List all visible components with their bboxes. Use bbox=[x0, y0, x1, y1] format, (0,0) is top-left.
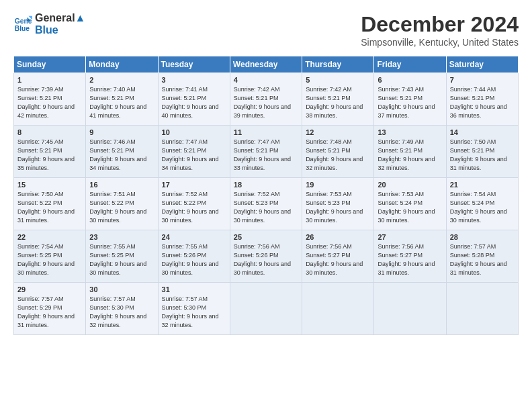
title-block: December 2024 Simpsonville, Kentucky, Un… bbox=[361, 12, 519, 48]
day-detail: Sunrise: 7:57 AMSunset: 5:30 PMDaylight:… bbox=[89, 295, 154, 330]
day-number: 3 bbox=[162, 76, 226, 84]
day-number: 28 bbox=[450, 233, 515, 241]
day-detail: Sunrise: 7:54 AMSunset: 5:25 PMDaylight:… bbox=[17, 242, 82, 277]
calendar-cell: 26Sunrise: 7:56 AMSunset: 5:27 PMDayligh… bbox=[302, 230, 374, 283]
col-monday: Monday bbox=[86, 56, 158, 73]
day-detail: Sunrise: 7:46 AMSunset: 5:21 PMDaylight:… bbox=[89, 138, 154, 173]
calendar-week-4: 29Sunrise: 7:57 AMSunset: 5:29 PMDayligh… bbox=[14, 283, 519, 335]
calendar-cell bbox=[374, 283, 446, 335]
day-number: 7 bbox=[450, 76, 515, 84]
day-number: 24 bbox=[162, 233, 226, 241]
day-number: 17 bbox=[162, 181, 226, 189]
day-detail: Sunrise: 7:44 AMSunset: 5:21 PMDaylight:… bbox=[450, 85, 515, 120]
location: Simpsonville, Kentucky, United States bbox=[361, 37, 519, 48]
calendar-cell: 20Sunrise: 7:53 AMSunset: 5:24 PMDayligh… bbox=[374, 178, 446, 230]
day-detail: Sunrise: 7:42 AMSunset: 5:21 PMDaylight:… bbox=[306, 85, 370, 120]
calendar-cell: 12Sunrise: 7:48 AMSunset: 5:21 PMDayligh… bbox=[302, 126, 374, 178]
day-detail: Sunrise: 7:49 AMSunset: 5:21 PMDaylight:… bbox=[378, 138, 442, 173]
day-number: 16 bbox=[89, 181, 154, 189]
calendar-cell: 27Sunrise: 7:56 AMSunset: 5:27 PMDayligh… bbox=[374, 230, 446, 283]
day-detail: Sunrise: 7:55 AMSunset: 5:25 PMDaylight:… bbox=[89, 242, 154, 277]
calendar-cell: 13Sunrise: 7:49 AMSunset: 5:21 PMDayligh… bbox=[374, 126, 446, 178]
day-number: 11 bbox=[234, 128, 298, 136]
calendar-cell: 16Sunrise: 7:51 AMSunset: 5:22 PMDayligh… bbox=[86, 178, 158, 230]
day-detail: Sunrise: 7:56 AMSunset: 5:26 PMDaylight:… bbox=[234, 242, 298, 277]
calendar-cell: 18Sunrise: 7:52 AMSunset: 5:23 PMDayligh… bbox=[230, 178, 302, 230]
day-number: 18 bbox=[234, 181, 298, 189]
calendar-cell: 28Sunrise: 7:57 AMSunset: 5:28 PMDayligh… bbox=[446, 230, 518, 283]
day-detail: Sunrise: 7:45 AMSunset: 5:21 PMDaylight:… bbox=[17, 138, 82, 173]
day-detail: Sunrise: 7:42 AMSunset: 5:21 PMDaylight:… bbox=[234, 85, 298, 120]
calendar-week-3: 22Sunrise: 7:54 AMSunset: 5:25 PMDayligh… bbox=[14, 230, 519, 283]
calendar-week-2: 15Sunrise: 7:50 AMSunset: 5:22 PMDayligh… bbox=[14, 178, 519, 230]
day-number: 6 bbox=[378, 76, 442, 84]
day-detail: Sunrise: 7:48 AMSunset: 5:21 PMDaylight:… bbox=[306, 138, 370, 173]
day-detail: Sunrise: 7:53 AMSunset: 5:24 PMDaylight:… bbox=[378, 190, 442, 225]
logo-line2: Blue bbox=[35, 24, 85, 36]
day-number: 10 bbox=[162, 128, 226, 136]
calendar-cell: 30Sunrise: 7:57 AMSunset: 5:30 PMDayligh… bbox=[86, 283, 158, 335]
calendar-cell: 29Sunrise: 7:57 AMSunset: 5:29 PMDayligh… bbox=[14, 283, 86, 335]
calendar-cell: 21Sunrise: 7:54 AMSunset: 5:24 PMDayligh… bbox=[446, 178, 518, 230]
calendar-cell: 3Sunrise: 7:41 AMSunset: 5:21 PMDaylight… bbox=[158, 73, 230, 126]
calendar-cell: 24Sunrise: 7:55 AMSunset: 5:26 PMDayligh… bbox=[158, 230, 230, 283]
calendar-cell: 25Sunrise: 7:56 AMSunset: 5:26 PMDayligh… bbox=[230, 230, 302, 283]
col-wednesday: Wednesday bbox=[230, 56, 302, 73]
calendar-week-0: 1Sunrise: 7:39 AMSunset: 5:21 PMDaylight… bbox=[14, 73, 519, 126]
day-number: 8 bbox=[17, 128, 82, 136]
day-number: 2 bbox=[89, 76, 154, 84]
day-number: 19 bbox=[306, 181, 370, 189]
calendar-cell: 19Sunrise: 7:53 AMSunset: 5:23 PMDayligh… bbox=[302, 178, 374, 230]
day-number: 23 bbox=[89, 233, 154, 241]
day-number: 15 bbox=[17, 181, 82, 189]
day-detail: Sunrise: 7:57 AMSunset: 5:30 PMDaylight:… bbox=[162, 295, 226, 330]
day-detail: Sunrise: 7:52 AMSunset: 5:23 PMDaylight:… bbox=[234, 190, 298, 225]
svg-text:Blue: Blue bbox=[15, 25, 30, 32]
calendar-cell: 2Sunrise: 7:40 AMSunset: 5:21 PMDaylight… bbox=[86, 73, 158, 126]
logo: General Blue General▲ Blue bbox=[13, 12, 85, 36]
calendar-cell: 15Sunrise: 7:50 AMSunset: 5:22 PMDayligh… bbox=[14, 178, 86, 230]
col-thursday: Thursday bbox=[302, 56, 374, 73]
col-saturday: Saturday bbox=[446, 56, 518, 73]
calendar-week-1: 8Sunrise: 7:45 AMSunset: 5:21 PMDaylight… bbox=[14, 126, 519, 178]
day-detail: Sunrise: 7:47 AMSunset: 5:21 PMDaylight:… bbox=[162, 138, 226, 173]
calendar-cell: 11Sunrise: 7:47 AMSunset: 5:21 PMDayligh… bbox=[230, 126, 302, 178]
day-detail: Sunrise: 7:53 AMSunset: 5:23 PMDaylight:… bbox=[306, 190, 370, 225]
day-detail: Sunrise: 7:47 AMSunset: 5:21 PMDaylight:… bbox=[234, 138, 298, 173]
day-number: 12 bbox=[306, 128, 370, 136]
calendar-cell: 7Sunrise: 7:44 AMSunset: 5:21 PMDaylight… bbox=[446, 73, 518, 126]
svg-text:General: General bbox=[15, 17, 32, 25]
logo-line1: General▲ bbox=[35, 12, 85, 24]
day-number: 14 bbox=[450, 128, 515, 136]
day-detail: Sunrise: 7:56 AMSunset: 5:27 PMDaylight:… bbox=[378, 242, 442, 277]
col-tuesday: Tuesday bbox=[158, 56, 230, 73]
day-detail: Sunrise: 7:51 AMSunset: 5:22 PMDaylight:… bbox=[89, 190, 154, 225]
day-number: 29 bbox=[17, 285, 82, 293]
calendar-cell: 23Sunrise: 7:55 AMSunset: 5:25 PMDayligh… bbox=[86, 230, 158, 283]
day-detail: Sunrise: 7:41 AMSunset: 5:21 PMDaylight:… bbox=[162, 85, 226, 120]
calendar-cell bbox=[446, 283, 518, 335]
day-number: 26 bbox=[306, 233, 370, 241]
calendar-cell: 9Sunrise: 7:46 AMSunset: 5:21 PMDaylight… bbox=[86, 126, 158, 178]
day-number: 9 bbox=[89, 128, 154, 136]
day-number: 4 bbox=[234, 76, 298, 84]
calendar-cell: 22Sunrise: 7:54 AMSunset: 5:25 PMDayligh… bbox=[14, 230, 86, 283]
day-detail: Sunrise: 7:55 AMSunset: 5:26 PMDaylight:… bbox=[162, 242, 226, 277]
calendar-cell: 1Sunrise: 7:39 AMSunset: 5:21 PMDaylight… bbox=[14, 73, 86, 126]
day-number: 1 bbox=[17, 76, 82, 84]
header: General Blue General▲ Blue December 2024… bbox=[13, 12, 519, 48]
day-detail: Sunrise: 7:43 AMSunset: 5:21 PMDaylight:… bbox=[378, 85, 442, 120]
day-detail: Sunrise: 7:54 AMSunset: 5:24 PMDaylight:… bbox=[450, 190, 515, 225]
calendar-cell: 14Sunrise: 7:50 AMSunset: 5:21 PMDayligh… bbox=[446, 126, 518, 178]
month-title: December 2024 bbox=[361, 12, 519, 37]
day-number: 30 bbox=[89, 285, 154, 293]
day-detail: Sunrise: 7:56 AMSunset: 5:27 PMDaylight:… bbox=[306, 242, 370, 277]
day-number: 20 bbox=[378, 181, 442, 189]
calendar-cell: 17Sunrise: 7:52 AMSunset: 5:22 PMDayligh… bbox=[158, 178, 230, 230]
day-number: 25 bbox=[234, 233, 298, 241]
calendar-cell bbox=[302, 283, 374, 335]
day-detail: Sunrise: 7:50 AMSunset: 5:22 PMDaylight:… bbox=[17, 190, 82, 225]
logo-icon: General Blue bbox=[13, 15, 32, 34]
calendar-cell: 8Sunrise: 7:45 AMSunset: 5:21 PMDaylight… bbox=[14, 126, 86, 178]
calendar-cell: 6Sunrise: 7:43 AMSunset: 5:21 PMDaylight… bbox=[374, 73, 446, 126]
